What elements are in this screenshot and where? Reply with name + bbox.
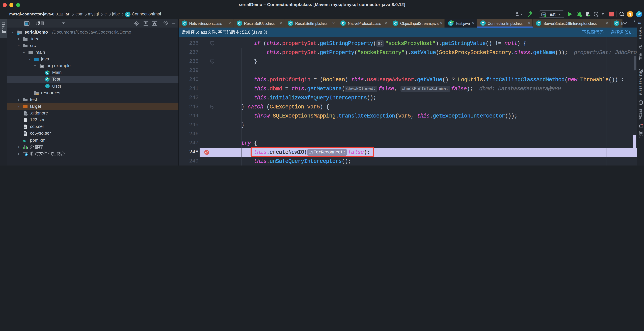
svg-text:C: C: [46, 85, 48, 88]
